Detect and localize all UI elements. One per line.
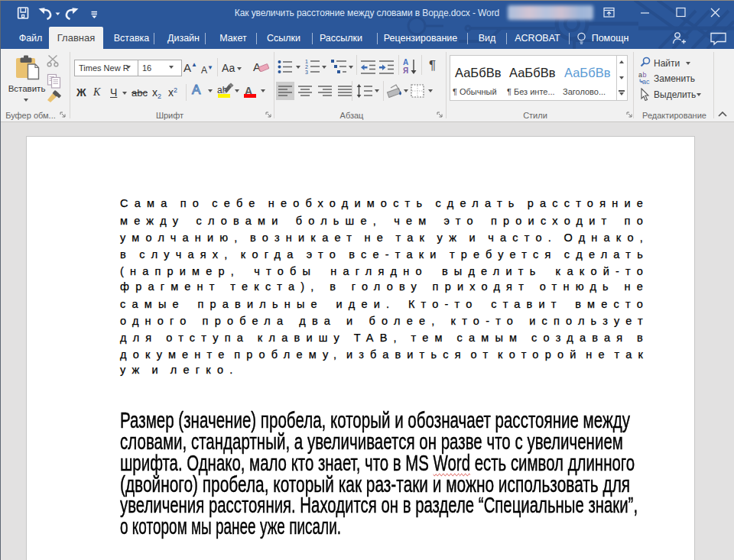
svg-text:А: А xyxy=(192,83,201,96)
svg-text:Я: Я xyxy=(403,66,408,75)
svg-text:А: А xyxy=(403,58,408,66)
svg-text:1: 1 xyxy=(305,59,308,64)
svg-text:ac: ac xyxy=(642,78,650,85)
svg-text:3: 3 xyxy=(305,70,308,75)
svg-text:2: 2 xyxy=(305,64,308,70)
